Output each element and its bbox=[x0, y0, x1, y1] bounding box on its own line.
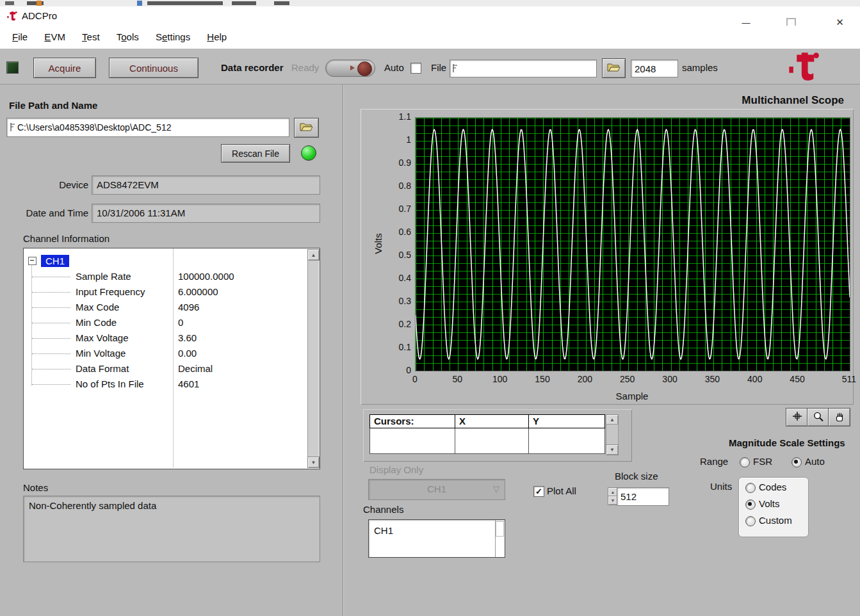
samples-count-input[interactable] bbox=[631, 60, 684, 77]
tree-row-value: 100000.0000 bbox=[178, 269, 234, 284]
data-recorder-label: Data recorder bbox=[221, 62, 284, 73]
tree-row-name: Input Frequency bbox=[76, 284, 145, 300]
range-fsr-label[interactable]: FSR bbox=[753, 456, 772, 467]
x-tick: 300 bbox=[662, 374, 677, 384]
samples-label: samples bbox=[682, 62, 718, 73]
tree-row-data-format[interactable]: Data Format Decimal bbox=[24, 361, 305, 377]
file-path-input[interactable] bbox=[7, 118, 302, 136]
ti-logo bbox=[786, 51, 820, 85]
tree-row-pts-in-file[interactable]: No of Pts In File 4601 bbox=[24, 377, 305, 392]
tree-row-name: Max Voltage bbox=[76, 330, 129, 346]
samples-count-field[interactable] bbox=[631, 60, 678, 77]
units-volts-label[interactable]: Volts bbox=[759, 498, 780, 509]
arrow-up-icon: ▲ bbox=[311, 252, 316, 258]
zoom-tool-button[interactable] bbox=[807, 408, 829, 426]
block-size-input[interactable] bbox=[617, 488, 675, 505]
menu-help[interactable]: Help bbox=[200, 26, 234, 49]
units-codes-label[interactable]: Codes bbox=[759, 482, 786, 492]
tree-row-value: 4096 bbox=[178, 300, 199, 315]
arrow-down-icon: ▼ bbox=[610, 447, 615, 453]
display-only-dropdown: CH1 ▽ bbox=[368, 479, 505, 500]
tree-row-min-voltage[interactable]: Min Voltage 0.00 bbox=[24, 346, 305, 361]
units-custom-label[interactable]: Custom bbox=[759, 515, 792, 526]
tree-row-sample-rate[interactable]: Sample Rate 100000.0000 bbox=[24, 269, 305, 284]
file-browse-button[interactable] bbox=[294, 118, 319, 138]
tree-collapse-toggle[interactable] bbox=[28, 257, 37, 265]
auto-label: Auto bbox=[384, 62, 404, 73]
menu-file[interactable]: File bbox=[5, 26, 35, 49]
channels-listbox[interactable]: CH1 bbox=[368, 519, 505, 558]
tree-row-max-code[interactable]: Max Code 4096 bbox=[24, 300, 305, 315]
x-tick: 250 bbox=[620, 374, 635, 384]
cursors-scroll-down-button[interactable]: ▼ bbox=[606, 444, 619, 455]
y-tick: 0.5 bbox=[399, 250, 411, 260]
waveform-trace bbox=[416, 129, 850, 359]
x-tick: 0 bbox=[412, 374, 418, 384]
date-time-field: 10/31/2006 11:31AM bbox=[92, 204, 320, 223]
cursors-header-cursors: Cursors: bbox=[369, 414, 455, 428]
range-auto-radio[interactable] bbox=[791, 457, 802, 467]
plot-all-label[interactable]: Plot All bbox=[547, 485, 576, 496]
arrow-up-icon: ▲ bbox=[611, 490, 615, 494]
tree-row-max-voltage[interactable]: Max Voltage 3.60 bbox=[24, 330, 305, 346]
recorder-file-path-field[interactable] bbox=[450, 60, 597, 77]
channels-item-ch1[interactable]: CH1 bbox=[374, 525, 393, 536]
recorder-switch[interactable] bbox=[325, 60, 375, 77]
tree-row-value: 6.000000 bbox=[178, 284, 218, 300]
arrow-down-icon: ▼ bbox=[311, 460, 316, 466]
path-icon bbox=[452, 63, 458, 75]
recorder-switch-arrow-icon bbox=[350, 65, 355, 70]
tree-row-min-code[interactable]: Min Code 0 bbox=[24, 315, 305, 330]
tree-row-name: Data Format bbox=[76, 361, 129, 377]
file-path-field[interactable] bbox=[6, 118, 289, 137]
cursor-tool-button[interactable] bbox=[786, 408, 808, 426]
tree-scroll-down-button[interactable]: ▼ bbox=[307, 457, 320, 468]
continuous-button[interactable]: Continuous bbox=[109, 58, 199, 78]
y-axis-ticks: 1.1 1 0.9 0.8 0.7 0.6 0.5 0.4 0.3 0.2 0.… bbox=[379, 112, 411, 375]
date-time-value: 10/31/2006 11:31AM bbox=[92, 207, 185, 218]
y-tick: 0.8 bbox=[399, 181, 411, 191]
tree-row-value: Decimal bbox=[178, 361, 213, 377]
acquire-button[interactable]: Acquire bbox=[33, 58, 96, 78]
rescan-file-button[interactable]: Rescan File bbox=[221, 144, 290, 163]
x-tick: 50 bbox=[453, 374, 463, 384]
folder-icon bbox=[607, 63, 621, 74]
recorder-browse-button[interactable] bbox=[602, 58, 626, 78]
cursors-row-empty bbox=[369, 428, 455, 454]
block-size-field[interactable] bbox=[617, 487, 669, 506]
device-field: ADS8472EVM bbox=[92, 175, 320, 195]
units-codes-radio[interactable] bbox=[745, 483, 756, 493]
notes-field[interactable]: Non-Coherently sampled data bbox=[23, 496, 320, 562]
x-tick: 400 bbox=[747, 374, 762, 384]
acquire-button-label: Acquire bbox=[49, 63, 81, 74]
tree-row-name: Min Voltage bbox=[76, 346, 126, 361]
background-window-sliver bbox=[0, 0, 860, 6]
menu-tools[interactable]: Tools bbox=[110, 26, 146, 49]
tree-scrollbar[interactable] bbox=[307, 249, 319, 467]
menu-evm[interactable]: EVM bbox=[37, 26, 72, 49]
recorder-file-path-input[interactable] bbox=[450, 60, 608, 77]
tree-scroll-up-button[interactable]: ▲ bbox=[307, 249, 320, 261]
notes-textarea[interactable]: Non-Coherently sampled data bbox=[24, 496, 330, 569]
range-fsr-radio[interactable] bbox=[740, 457, 750, 467]
auto-checkbox[interactable] bbox=[410, 63, 421, 74]
tree-root-ch1[interactable]: CH1 bbox=[41, 255, 69, 267]
pan-tool-button[interactable] bbox=[828, 408, 850, 426]
cursors-scroll-track[interactable] bbox=[606, 424, 619, 446]
tree-row-input-frequency[interactable]: Input Frequency 6.000000 bbox=[24, 284, 305, 300]
units-volts-radio[interactable] bbox=[745, 499, 756, 510]
y-tick: 0.4 bbox=[399, 273, 411, 283]
arrow-up-icon: ▲ bbox=[610, 417, 615, 423]
magnitude-scale-heading: Magnitude Scale Settings bbox=[729, 437, 845, 448]
scope-plot-area[interactable] bbox=[415, 117, 850, 371]
plot-all-checkbox[interactable]: ✓ bbox=[533, 486, 544, 497]
range-auto-label[interactable]: Auto bbox=[805, 456, 825, 467]
app-icon bbox=[6, 11, 17, 23]
units-custom-radio[interactable] bbox=[745, 516, 756, 526]
channels-scroll-thumb[interactable] bbox=[496, 521, 504, 537]
menu-test[interactable]: Test bbox=[75, 26, 107, 49]
cursors-header-x: X bbox=[455, 414, 529, 428]
y-tick: 0 bbox=[406, 366, 411, 375]
range-label: Range bbox=[700, 456, 728, 467]
menu-settings[interactable]: Settings bbox=[149, 26, 197, 49]
